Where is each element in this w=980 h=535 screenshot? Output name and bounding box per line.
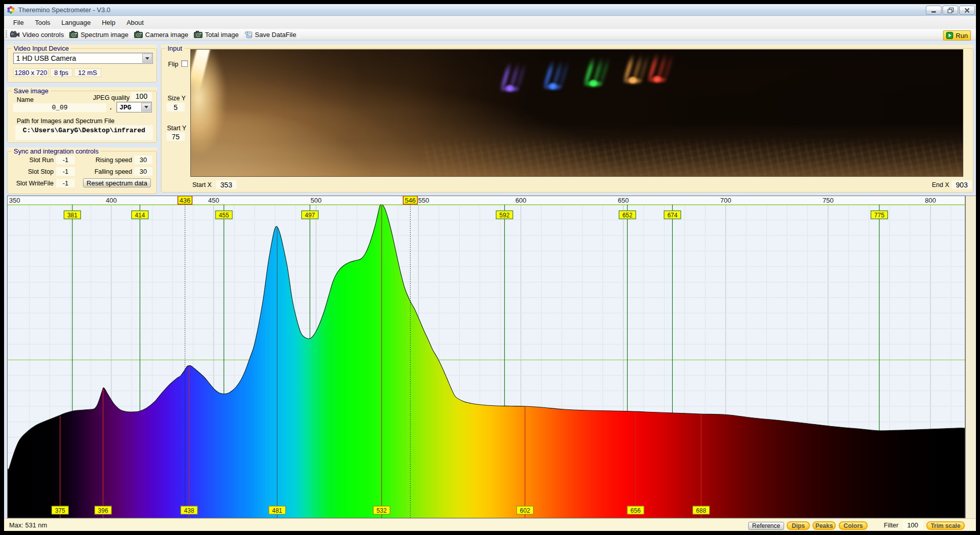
axis-tick-label: 750 — [823, 197, 834, 204]
spectral-dot — [589, 79, 598, 87]
rising-speed-field[interactable]: 30 — [134, 156, 152, 164]
start-y-field[interactable]: 75 — [167, 132, 185, 141]
toolbar-separator — [191, 30, 191, 39]
peak-label: 438 — [181, 506, 197, 514]
axis-tick-label: 550 — [418, 197, 429, 204]
svg-text:652: 652 — [622, 212, 632, 219]
reference-label: 652 — [619, 211, 636, 219]
svg-text:455: 455 — [219, 212, 229, 219]
dips-button[interactable]: Dips — [787, 521, 810, 530]
dot-separator: . — [110, 104, 111, 111]
toolbar-camera-image[interactable]: Camera image — [133, 29, 190, 40]
slot-stop-label: Slot Stop — [12, 168, 54, 175]
toolbar-label: Spectrum image — [80, 31, 129, 39]
spectral-dot — [628, 76, 637, 84]
save-image-panel: Save image JPEG quality 100 Name 0_09 . … — [7, 87, 157, 143]
toolbar-separator — [241, 30, 242, 39]
svg-text:396: 396 — [98, 507, 108, 514]
axis-tick-label: 700 — [720, 197, 731, 204]
close-button[interactable] — [959, 6, 975, 15]
toolbar-spectrum-image[interactable]: Spectrum image — [68, 29, 130, 40]
menu-file[interactable]: File — [8, 17, 29, 28]
end-x-field[interactable]: 903 — [952, 180, 972, 189]
status-bar: Max: 531 nm Reference Dips Peaks Colors … — [4, 518, 976, 531]
filter-value-field[interactable]: 100 — [903, 520, 923, 529]
spectral-dot — [505, 84, 514, 92]
size-y-field[interactable]: 5 — [167, 103, 185, 111]
axis-tick-label: 350 — [9, 197, 20, 204]
start-x-label: Start X — [192, 181, 212, 188]
flip-checkbox[interactable] — [181, 60, 188, 67]
svg-text:436: 436 — [180, 197, 191, 204]
svg-text:546: 546 — [405, 197, 416, 204]
toolbar-label: Total image — [205, 31, 238, 39]
format-value: JPG — [119, 104, 131, 111]
falling-speed-label: Falling speed — [78, 168, 132, 175]
spectral-dot — [652, 75, 662, 83]
slot-run-field[interactable]: -1 — [56, 156, 75, 164]
svg-text:375: 375 — [55, 507, 65, 514]
slot-writefile-label: Slot WriteFile — [12, 180, 54, 187]
path-field[interactable]: C:\Users\GaryG\Desktop\infrared — [15, 125, 153, 140]
svg-text:688: 688 — [696, 507, 706, 514]
trim-scale-button[interactable]: Trim scale — [926, 521, 965, 530]
start-x-field[interactable]: 353 — [216, 180, 236, 189]
resolution-badge: 1280 x 720 — [13, 68, 49, 77]
run-button[interactable]: Run — [943, 30, 971, 41]
jpeg-quality-field[interactable]: 100 — [131, 92, 152, 101]
slot-writefile-field[interactable]: -1 — [56, 179, 75, 187]
restore-icon — [948, 8, 954, 13]
filter-label: Filter — [884, 521, 899, 529]
reference-label: 455 — [216, 211, 232, 219]
toolbar-video-controls[interactable]: Video controls — [9, 29, 65, 40]
chart-right-margin — [965, 196, 976, 518]
camera-preview[interactable] — [190, 49, 963, 177]
reference-button[interactable]: Reference — [748, 522, 784, 530]
file-name-field[interactable]: 0_09 — [13, 103, 106, 112]
path-label: Path for Images and Spectrum File — [17, 118, 114, 125]
jpeg-quality-label: JPEG quality — [83, 94, 130, 101]
toolbar-total-image[interactable]: Total image — [192, 29, 240, 40]
menu-bar: File Tools Language Help About — [4, 16, 976, 29]
svg-text:438: 438 — [184, 507, 194, 514]
menu-about[interactable]: About — [121, 17, 149, 28]
falling-speed-field[interactable]: 30 — [134, 167, 152, 176]
axis-tick-label: 500 — [311, 197, 322, 204]
peaks-button[interactable]: Peaks — [812, 521, 836, 530]
spectrum-chart[interactable]: 3504004505005506006507007508004365463814… — [7, 196, 965, 518]
dropdown-button[interactable] — [141, 103, 151, 111]
restore-button[interactable] — [943, 6, 958, 15]
menu-help[interactable]: Help — [96, 17, 121, 28]
toolbar-grip[interactable] — [6, 30, 7, 39]
svg-text:497: 497 — [305, 212, 315, 219]
ruler — [8, 196, 965, 205]
menu-tools[interactable]: Tools — [29, 17, 56, 28]
chevron-down-icon — [144, 106, 148, 108]
peak-label: 532 — [373, 506, 390, 514]
menu-language[interactable]: Language — [56, 17, 96, 28]
peak-label: 481 — [269, 506, 285, 514]
dropdown-button[interactable] — [142, 54, 152, 63]
slot-stop-field[interactable]: -1 — [56, 167, 75, 176]
rising-speed-label: Rising speed — [78, 157, 132, 164]
format-select[interactable]: JPG — [116, 102, 152, 112]
video-device-select[interactable]: 1 HD USB Camera — [13, 53, 153, 64]
svg-text:602: 602 — [520, 507, 530, 514]
scroll-icon — [244, 31, 253, 39]
selection-label: 546 — [403, 196, 418, 204]
reset-spectrum-button[interactable]: Reset spectrum data — [83, 178, 151, 187]
svg-text:381: 381 — [67, 212, 77, 219]
photo-camera-icon — [194, 31, 202, 38]
groupbox-title: Save image — [12, 87, 51, 95]
video-camera-icon — [10, 31, 20, 38]
toolbar-save-datafile[interactable]: Save DataFile — [243, 29, 298, 40]
run-label: Run — [956, 32, 968, 40]
sync-controls-panel: Sync and integration controls Slot Run -… — [7, 147, 157, 194]
axis-tick-label: 650 — [618, 197, 629, 204]
title-bar[interactable]: Theremino Spectrometer - V3.0 — [4, 4, 976, 16]
colors-button[interactable]: Colors — [839, 521, 868, 530]
photo-camera-icon — [134, 31, 143, 38]
minimize-button[interactable] — [926, 6, 942, 15]
slot-run-label: Slot Run — [12, 157, 54, 164]
selection-label: 436 — [178, 196, 192, 204]
